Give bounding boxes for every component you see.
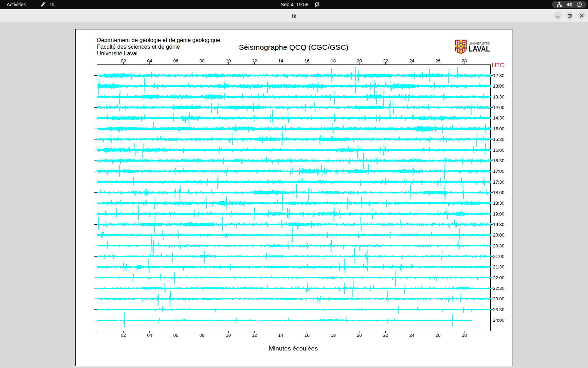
svg-text:Faculté des sciences et de gén: Faculté des sciences et de génie xyxy=(97,43,180,50)
svg-text:15:30: 15:30 xyxy=(493,137,505,142)
svg-text:28: 28 xyxy=(462,58,467,63)
svg-text:18:00: 18:00 xyxy=(493,190,505,195)
svg-text:20:00: 20:00 xyxy=(493,232,505,238)
svg-text:Université Laval: Université Laval xyxy=(97,50,138,56)
svg-text:24: 24 xyxy=(409,58,414,63)
svg-text:14:30: 14:30 xyxy=(493,115,505,121)
svg-text:18: 18 xyxy=(331,58,336,63)
svg-text:04: 04 xyxy=(147,333,152,338)
svg-text:Département de géologie et de: Département de géologie et de génie géol… xyxy=(97,37,220,43)
svg-text:04: 04 xyxy=(147,58,152,63)
svg-text:16:30: 16:30 xyxy=(493,158,505,163)
svg-text:22:30: 22:30 xyxy=(493,286,505,291)
svg-text:19:00: 19:00 xyxy=(493,211,505,217)
svg-text:17:30: 17:30 xyxy=(493,179,505,185)
svg-text:14: 14 xyxy=(278,333,283,338)
svg-text:22: 22 xyxy=(383,58,388,63)
svg-text:16: 16 xyxy=(304,58,309,63)
svg-text:16:00: 16:00 xyxy=(493,148,505,153)
svg-text:24:00: 24:00 xyxy=(493,318,505,323)
svg-text:16: 16 xyxy=(304,333,309,338)
svg-text:24: 24 xyxy=(409,333,414,338)
svg-text:15:00: 15:00 xyxy=(493,126,505,131)
svg-text:18: 18 xyxy=(331,333,336,338)
svg-text:18:30: 18:30 xyxy=(493,200,505,206)
svg-text:Séismographe QCQ (CGC/GSC): Séismographe QCQ (CGC/GSC) xyxy=(239,43,349,51)
svg-text:17:00: 17:00 xyxy=(493,169,505,174)
svg-text:20: 20 xyxy=(357,58,362,63)
svg-text:06: 06 xyxy=(173,333,178,338)
svg-text:19:30: 19:30 xyxy=(493,222,505,227)
svg-text:12: 12 xyxy=(252,58,257,63)
svg-text:26: 26 xyxy=(435,58,440,63)
svg-text:13:30: 13:30 xyxy=(493,94,505,100)
svg-text:06: 06 xyxy=(173,58,178,63)
svg-text:LAVAL: LAVAL xyxy=(469,45,490,53)
svg-text:02: 02 xyxy=(121,58,126,63)
svg-text:Minutes écoulées: Minutes écoulées xyxy=(269,345,318,352)
svg-text:21:30: 21:30 xyxy=(493,264,505,270)
svg-text:28: 28 xyxy=(462,333,467,338)
svg-text:20: 20 xyxy=(357,333,362,338)
svg-text:12: 12 xyxy=(252,333,257,338)
svg-text:08: 08 xyxy=(200,333,204,338)
svg-text:10: 10 xyxy=(226,58,231,63)
svg-text:14: 14 xyxy=(278,58,283,63)
svg-text:08: 08 xyxy=(200,58,204,63)
svg-text:23:30: 23:30 xyxy=(493,307,505,312)
svg-text:26: 26 xyxy=(435,333,440,338)
svg-text:UTC: UTC xyxy=(492,62,505,69)
svg-text:13:00: 13:00 xyxy=(493,83,505,89)
svg-text:20:30: 20:30 xyxy=(493,243,505,248)
svg-text:22:00: 22:00 xyxy=(493,275,505,280)
svg-text:10: 10 xyxy=(226,333,231,338)
svg-text:21:00: 21:00 xyxy=(493,254,505,259)
svg-text:12:30: 12:30 xyxy=(493,73,505,78)
svg-text:02: 02 xyxy=(121,333,126,338)
svg-text:14:00: 14:00 xyxy=(493,105,505,110)
svg-text:22: 22 xyxy=(383,333,388,338)
svg-text:23:00: 23:00 xyxy=(493,296,505,301)
